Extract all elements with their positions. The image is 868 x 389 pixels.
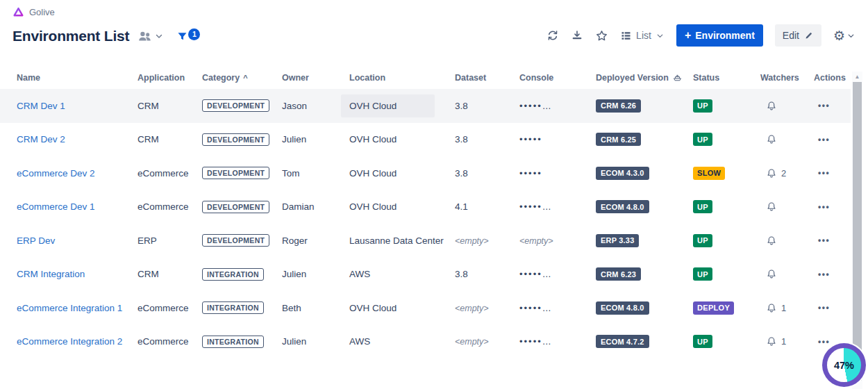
environment-name-link[interactable]: eCommerce Dev 2: [17, 168, 95, 179]
watch-button[interactable]: [766, 133, 777, 145]
dataset-value: <empty>: [455, 304, 489, 313]
shared-with-selector[interactable]: [137, 30, 164, 42]
console-cell: •••••: [519, 134, 596, 144]
location-cell[interactable]: OVH Cloud: [349, 195, 455, 218]
location-cell[interactable]: AWS: [349, 263, 455, 285]
status-cell: UP: [693, 200, 760, 213]
location-cell[interactable]: AWS: [349, 330, 455, 353]
status-badge: UP: [693, 200, 712, 213]
scrollbar-up-arrow[interactable]: ▲: [852, 72, 862, 81]
dataset-value: <empty>: [455, 236, 489, 246]
dataset-value: <empty>: [455, 337, 489, 347]
environment-name-cell: CRM Dev 2: [17, 134, 137, 144]
owner-cell: Julien: [282, 134, 349, 144]
chevron-down-icon: [154, 31, 164, 41]
console-cell: •••••…: [519, 101, 596, 111]
toolbar: List + Environment Edit ⚙: [546, 24, 856, 47]
row-actions-button[interactable]: •••: [814, 199, 834, 215]
watch-button[interactable]: [766, 235, 777, 247]
watchers-cell: 1: [760, 302, 814, 314]
status-cell: UP: [693, 234, 760, 247]
actions-cell: •••: [814, 267, 851, 282]
deployed-version-cell: ERP 3.33: [596, 234, 693, 247]
column-header-console[interactable]: Console: [519, 73, 596, 83]
watch-button[interactable]: [766, 302, 777, 314]
column-header-watchers[interactable]: Watchers: [760, 73, 814, 83]
version-badge: CRM 6.25: [596, 133, 641, 146]
column-header-location[interactable]: Location: [349, 73, 455, 83]
add-environment-button[interactable]: + Environment: [676, 24, 763, 47]
row-actions-button[interactable]: •••: [814, 233, 834, 248]
watch-button[interactable]: [766, 167, 777, 179]
sort-ascending-icon: ^: [243, 74, 247, 82]
column-header-application[interactable]: Application: [137, 73, 202, 83]
refresh-button[interactable]: [546, 29, 559, 42]
environment-name-link[interactable]: eCommerce Integration 1: [17, 303, 122, 313]
edit-button[interactable]: Edit: [775, 24, 821, 47]
vertical-scrollbar: ▲: [852, 72, 862, 389]
category-badge: DEVELOPMENT: [202, 234, 269, 247]
environment-table: Name Application Category ^ Owner Locati…: [0, 66, 851, 358]
column-header-deployed-version[interactable]: Deployed Version: [596, 73, 693, 83]
filter-icon: [176, 31, 188, 42]
column-header-category[interactable]: Category ^: [202, 73, 282, 83]
location-cell[interactable]: OVH Cloud: [349, 128, 455, 151]
environment-name-link[interactable]: eCommerce Dev 1: [17, 201, 95, 212]
environment-name-link[interactable]: eCommerce Integration 2: [17, 336, 122, 347]
row-actions-button[interactable]: •••: [814, 267, 834, 282]
environment-name-cell: eCommerce Dev 2: [17, 168, 137, 179]
bell-icon: [766, 100, 777, 112]
environment-name-link[interactable]: CRM Dev 2: [17, 134, 65, 144]
progress-widget[interactable]: 47%: [822, 343, 866, 387]
filter-button[interactable]: 1: [176, 31, 200, 42]
environment-name-link[interactable]: ERP Dev: [17, 235, 55, 246]
list-view-icon: [620, 30, 632, 42]
row-actions-button[interactable]: •••: [814, 98, 834, 113]
scrollbar-thumb[interactable]: [853, 82, 862, 381]
application-cell: eCommerce: [137, 201, 202, 212]
column-header-name[interactable]: Name: [17, 73, 137, 83]
row-actions-button[interactable]: •••: [814, 165, 834, 181]
view-selector[interactable]: List: [620, 30, 665, 42]
deployed-version-cell: CRM 6.23: [596, 267, 693, 281]
console-value: •••••…: [519, 201, 553, 212]
environment-name-link[interactable]: CRM Dev 1: [17, 101, 65, 111]
actions-cell: •••: [814, 165, 851, 181]
dataset-cell: <empty>: [455, 336, 519, 347]
column-header-status[interactable]: Status: [693, 73, 760, 83]
row-actions-button[interactable]: •••: [814, 132, 834, 147]
location-cell[interactable]: OVH Cloud: [349, 297, 455, 320]
status-badge: DEPLOY: [693, 301, 734, 315]
column-header-dataset[interactable]: Dataset: [455, 73, 519, 83]
environment-name-cell: ERP Dev: [17, 235, 137, 246]
status-cell: UP: [693, 335, 760, 348]
environment-name-cell: CRM Dev 1: [17, 101, 137, 111]
category-badge: INTEGRATION: [202, 301, 264, 314]
dataset-cell: <empty>: [455, 235, 519, 246]
console-value: •••••…: [519, 303, 553, 313]
environment-name-link[interactable]: CRM Integration: [17, 269, 85, 279]
category-badge: DEVELOPMENT: [202, 99, 269, 112]
status-badge: UP: [693, 99, 712, 113]
settings-button[interactable]: ⚙: [833, 29, 856, 42]
column-header-owner[interactable]: Owner: [282, 73, 349, 83]
version-badge: ERP 3.33: [596, 234, 639, 247]
watch-button[interactable]: [766, 201, 777, 213]
location-cell[interactable]: OVH Cloud: [349, 162, 455, 185]
dataset-value: 3.8: [455, 134, 468, 144]
application-cell: CRM: [137, 269, 202, 279]
watch-button[interactable]: [766, 336, 777, 347]
watch-button[interactable]: [766, 100, 777, 112]
progress-value: 47%: [834, 360, 854, 371]
location-cell[interactable]: OVH Cloud: [349, 94, 455, 117]
owner-cell: Roger: [282, 235, 349, 246]
row-actions-button[interactable]: •••: [814, 300, 834, 315]
watch-button[interactable]: [766, 268, 777, 280]
location-cell[interactable]: Lausanne Data Center: [349, 229, 455, 252]
export-button[interactable]: [571, 29, 583, 42]
console-value: •••••: [519, 134, 542, 144]
watchers-cell: [760, 235, 814, 247]
category-badge: INTEGRATION: [202, 268, 264, 281]
dataset-cell: 3.8: [455, 134, 519, 144]
favorite-button[interactable]: [595, 29, 608, 42]
